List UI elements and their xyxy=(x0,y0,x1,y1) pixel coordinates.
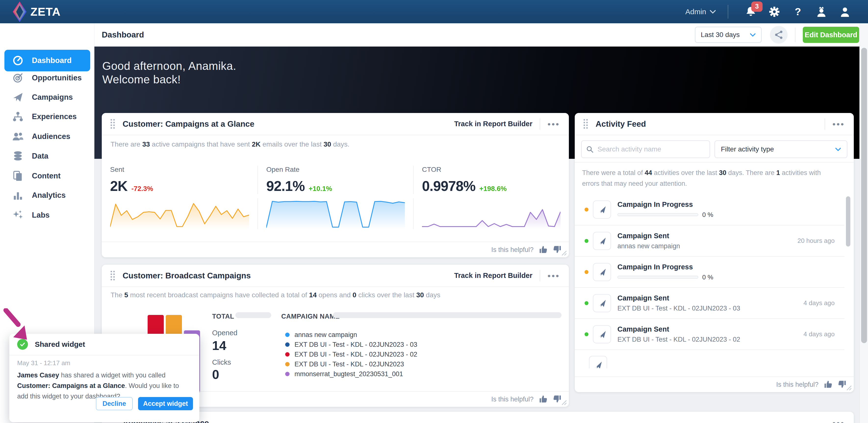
help-button[interactable]: ? xyxy=(792,5,804,18)
content-header: Dashboard Last 30 days Edit Dashboard xyxy=(94,23,868,46)
sidebar-item-label: Experiences xyxy=(32,112,77,121)
share-button[interactable] xyxy=(770,26,787,44)
widget-header: Activity Feed ••• xyxy=(575,113,854,135)
drag-handle-icon[interactable] xyxy=(111,119,115,129)
sidebar-item-labs[interactable]: Labs xyxy=(4,205,90,225)
greeting-text: Good afternoon, Anamika. Welcome back! xyxy=(102,59,236,86)
activity-subtitle: annas new campaign xyxy=(617,242,680,250)
resize-handle-icon[interactable] xyxy=(559,397,567,406)
sidebar-item-content[interactable]: Content xyxy=(4,166,90,186)
chevron-down-icon xyxy=(750,33,756,37)
campaign-send-icon xyxy=(593,200,611,219)
date-range-select[interactable]: Last 30 days xyxy=(695,27,762,43)
sidebar-item-icon xyxy=(12,190,24,201)
activity-title: Campaign Sent xyxy=(617,325,740,333)
widget-footer: Is this helpful? xyxy=(575,377,854,392)
sidebar-item-campaigns[interactable]: Campaigns xyxy=(4,88,90,107)
activity-item[interactable]: Campaign In Progress 0 % xyxy=(575,256,844,287)
activity-item[interactable]: Campaign Sent EXT DB UI - Test - KDL - 0… xyxy=(575,287,844,318)
sidebar-item-audiences[interactable]: Audiences xyxy=(4,127,90,146)
zeta-logo[interactable]: ZETA xyxy=(13,1,61,22)
accept-widget-button[interactable]: Accept widget xyxy=(138,397,193,410)
greeting-line1: Good afternoon, Anamika. xyxy=(102,59,236,73)
legend-item[interactable]: EXT DB UI - Test - KDL - 02JUN2023 - 02 xyxy=(285,350,417,359)
settings-button[interactable] xyxy=(768,5,781,18)
admin-user-button[interactable] xyxy=(815,5,828,18)
decline-button[interactable]: Decline xyxy=(96,397,133,410)
activity-item[interactable] xyxy=(575,350,844,368)
progress-value: 0 % xyxy=(702,273,713,281)
page-scrollbar-thumb[interactable] xyxy=(861,48,867,343)
sidebar-item-experiences[interactable]: Experiences xyxy=(4,107,90,126)
search-input[interactable] xyxy=(597,145,705,153)
legend-item[interactable]: mmonserrat_bugtest_20230531_001 xyxy=(285,369,417,379)
scrollbar-thumb[interactable] xyxy=(846,196,850,247)
legend-item[interactable]: EXT DB UI - Test - KDL - 02JUN2023 - 03 xyxy=(285,340,417,350)
activity-search[interactable] xyxy=(581,140,710,158)
sidebar-item-label: Labs xyxy=(32,211,50,220)
widget-title: Activity Feed xyxy=(596,119,646,129)
widget-menu-icon[interactable]: ••• xyxy=(548,122,560,126)
activity-item[interactable]: Campaign In Progress 0 % xyxy=(575,194,844,225)
sidebar-item-analytics[interactable]: Analytics xyxy=(4,186,90,205)
status-dot xyxy=(585,239,588,243)
edit-dashboard-button[interactable]: Edit Dashboard xyxy=(803,27,859,43)
widget-menu-icon[interactable]: ••• xyxy=(548,273,560,278)
legend-item[interactable]: annas new campaign xyxy=(285,330,417,340)
open-rate-sparkline-chart xyxy=(266,198,405,229)
track-in-report-builder-link[interactable]: Track in Report Builder xyxy=(454,271,532,280)
thumbs-up-icon[interactable] xyxy=(538,245,548,254)
clicks-label: Clicks xyxy=(212,358,231,366)
header-divider xyxy=(825,118,825,130)
sidebar-item-opportunities[interactable]: Opportunities xyxy=(4,68,90,88)
legend-label: EXT DB UI - Test - KDL - 02JUN2023 - 03 xyxy=(294,341,417,349)
notifications-button[interactable]: 3 xyxy=(744,5,757,18)
share-icon xyxy=(774,30,784,40)
sidebar-item-label: Dashboard xyxy=(32,56,71,65)
activity-type-filter[interactable]: Filter activity type xyxy=(714,140,847,158)
sidebar-item-label: Opportunities xyxy=(32,73,82,83)
header-divider xyxy=(540,118,540,130)
activity-title: Campaign In Progress xyxy=(617,263,713,271)
notification-count-badge: 3 xyxy=(751,1,763,12)
date-range-value: Last 30 days xyxy=(701,31,740,39)
gear-icon xyxy=(769,6,780,18)
stat-block: Open Rate 92.1% +10.1% xyxy=(257,166,413,194)
page-scrollbar[interactable] xyxy=(860,23,868,423)
ctor-sparkline-chart xyxy=(422,198,560,229)
track-in-report-builder-link[interactable]: Track in Report Builder xyxy=(454,120,532,128)
widget-menu-icon[interactable]: ••• xyxy=(832,421,845,423)
sidebar-item-data[interactable]: Data xyxy=(4,146,90,166)
drag-handle-icon[interactable] xyxy=(111,271,115,280)
total-column-header: TOTAL xyxy=(212,313,234,320)
resize-handle-icon[interactable] xyxy=(559,248,567,256)
header-divider xyxy=(795,28,796,42)
activity-list: Campaign In Progress 0 % xyxy=(575,194,844,368)
activity-scrollbar[interactable] xyxy=(846,196,850,358)
user-crown-icon xyxy=(816,6,827,18)
widget-description: The 5 most recent broadcast campaigns ha… xyxy=(111,291,440,299)
activity-feed-widget: Activity Feed ••• Filter activity type T… xyxy=(575,113,854,392)
sidebar-item-label: Content xyxy=(32,171,61,181)
helpful-label: Is this helpful? xyxy=(491,246,533,254)
activity-timestamp: 20 hours ago xyxy=(797,237,835,245)
widget-menu-icon[interactable]: ••• xyxy=(832,122,845,126)
thumbs-up-icon[interactable] xyxy=(824,380,833,389)
resize-handle-icon[interactable] xyxy=(843,382,852,391)
legend-label: mmonserrat_bugtest_20230531_001 xyxy=(294,370,403,378)
progress-value: 0 % xyxy=(702,211,713,219)
thumbs-up-icon[interactable] xyxy=(538,395,548,404)
drag-handle-icon[interactable] xyxy=(584,119,588,129)
legend-label: EXT DB UI - Test - KDL - 02JUN2023 xyxy=(294,360,404,368)
legend-item[interactable]: EXT DB UI - Test - KDL - 02JUN2023 xyxy=(285,359,417,369)
activity-item[interactable]: Campaign Sent annas new campaign 20 hour… xyxy=(575,225,844,256)
stats-row: Sent 2K -72.3% Open Rate 92.1% +10.1% CT… xyxy=(102,166,569,194)
activity-item[interactable]: Campaign Sent EXT DB UI - Test - KDL - 0… xyxy=(575,318,844,350)
stat-delta: +198.6% xyxy=(479,185,506,193)
profile-button[interactable] xyxy=(839,5,851,18)
activity-title: Campaign Sent xyxy=(617,294,740,302)
admin-menu[interactable]: Admin xyxy=(685,8,716,16)
status-dot xyxy=(585,332,588,336)
stat-value: 92.1% xyxy=(266,178,305,194)
user-icon xyxy=(840,6,850,18)
